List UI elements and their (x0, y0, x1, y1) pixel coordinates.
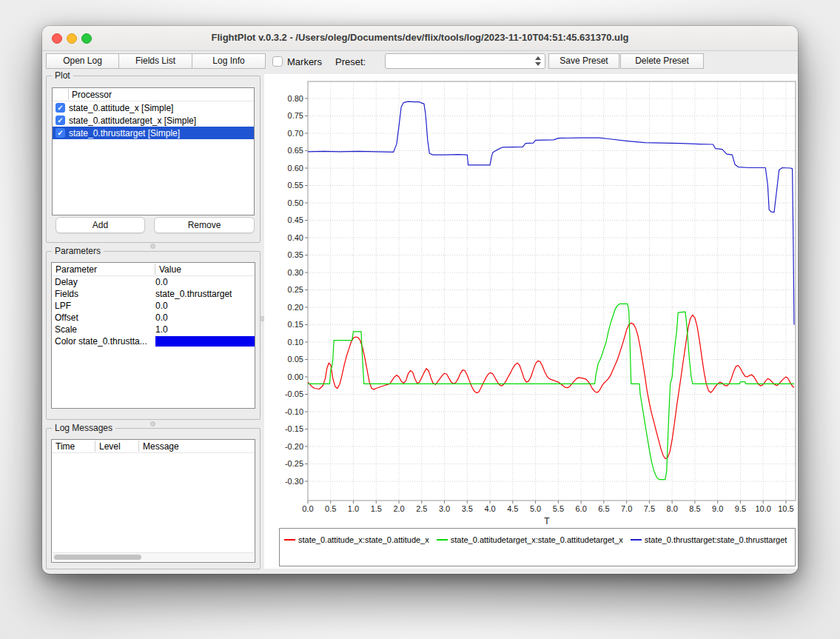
time-column-header: Time (56, 441, 75, 452)
item-checkbox[interactable]: ✓ (56, 103, 65, 113)
item-checkbox[interactable]: ✓ (56, 128, 65, 138)
svg-text:0.50: 0.50 (288, 198, 303, 207)
series-line (308, 101, 794, 324)
processor-list[interactable]: Processor ✓state_0.attitude_x [Simple]✓s… (52, 87, 255, 215)
svg-text:4.5: 4.5 (507, 504, 518, 513)
svg-text:-0.15: -0.15 (285, 424, 303, 433)
add-button[interactable]: Add (56, 217, 145, 233)
svg-text:6.5: 6.5 (598, 504, 609, 513)
color-swatch[interactable] (155, 336, 255, 347)
parameter-row[interactable]: Offset0.0 (52, 312, 255, 324)
plot-list-item[interactable]: ✓state_0.attitude_x [Simple] (53, 101, 254, 114)
svg-text:9.0: 9.0 (712, 504, 723, 513)
legend-line-icon (437, 539, 448, 541)
legend-line-icon (284, 539, 295, 541)
parameter-value: 1.0 (155, 324, 255, 335)
parameter-value (155, 335, 255, 347)
parameter-name: Color state_0.thrustta... (52, 336, 155, 347)
message-column-header: Message (143, 441, 179, 452)
log-messages-panel: Log Messages Time Level Message (46, 428, 261, 569)
scrollbar-thumb[interactable] (54, 555, 141, 560)
svg-text:0.45: 0.45 (288, 215, 303, 224)
combobox-stepper-icon[interactable] (534, 56, 542, 67)
parameter-column-header: Parameter (56, 264, 97, 275)
svg-text:0.20: 0.20 (288, 303, 303, 312)
svg-text:0.55: 0.55 (288, 181, 303, 190)
plot-list-item[interactable]: ✓state_0.attitudetarget_x [Simple] (53, 114, 254, 127)
item-label: state_0.attitudetarget_x [Simple] (69, 116, 196, 126)
horizontal-splitter-handle[interactable] (150, 244, 155, 249)
parameter-value: state_0.thrusttarget (155, 288, 255, 300)
svg-text:6.0: 6.0 (575, 504, 586, 513)
legend-entry: state_0.attitudetarget_x:state_0.attitud… (437, 531, 623, 548)
svg-text:-0.05: -0.05 (285, 389, 303, 398)
svg-text:4.0: 4.0 (484, 504, 495, 513)
remove-button[interactable]: Remove (154, 217, 255, 233)
svg-text:0.5: 0.5 (325, 504, 336, 513)
horizontal-splitter-handle-2[interactable] (150, 421, 155, 426)
plot-list-item[interactable]: ✓state_0.thrusttarget [Simple] (53, 127, 254, 139)
log-info-button[interactable]: Log Info (192, 53, 266, 69)
plot-list-body: ✓state_0.attitude_x [Simple]✓state_0.att… (53, 101, 254, 139)
svg-text:0.30: 0.30 (288, 268, 303, 277)
desktop-background: FlightPlot v.0.3.2 - /Users/oleg/Documen… (0, 0, 840, 639)
parameter-row[interactable]: Fieldsstate_0.thrusttarget (52, 288, 255, 300)
parameter-value: 0.0 (155, 300, 255, 312)
flight-chart[interactable]: 0.800.750.700.650.600.550.500.450.400.35… (264, 74, 798, 569)
parameters-table-body: Delay0.0Fieldsstate_0.thrusttargetLPF0.0… (52, 276, 255, 347)
parameter-row[interactable]: Color state_0.thrustta... (52, 335, 255, 347)
item-label: state_0.attitude_x [Simple] (69, 103, 173, 113)
svg-text:1.5: 1.5 (371, 504, 382, 513)
svg-text:0.05: 0.05 (288, 355, 303, 364)
svg-text:2.5: 2.5 (416, 504, 427, 513)
svg-text:0.15: 0.15 (288, 320, 303, 329)
series-line (308, 304, 794, 479)
svg-text:8.0: 8.0 (667, 504, 678, 513)
svg-text:8.5: 8.5 (689, 504, 700, 513)
markers-checkbox[interactable] (272, 56, 283, 67)
parameters-panel-title: Parameters (52, 246, 104, 256)
chart-legend: state_0.attitude_x:state_0.attitude_xsta… (279, 528, 796, 566)
preset-combobox[interactable] (385, 53, 545, 69)
svg-text:0.60: 0.60 (288, 164, 303, 173)
value-column-header: Value (159, 264, 181, 275)
legend-line-icon (631, 539, 642, 541)
svg-text:-0.30: -0.30 (285, 477, 303, 486)
svg-text:0.10: 0.10 (288, 338, 303, 347)
svg-text:0.35: 0.35 (288, 250, 303, 259)
parameter-row[interactable]: Scale1.0 (52, 324, 255, 335)
svg-text:0.75: 0.75 (288, 111, 303, 120)
chart-panel[interactable]: 0.800.750.700.650.600.550.500.450.400.35… (264, 74, 798, 569)
open-log-button[interactable]: Open Log (46, 53, 119, 69)
window-title: FlightPlot v.0.3.2 - /Users/oleg/Documen… (42, 32, 798, 43)
parameters-panel: Parameters Parameter Value Delay0.0Field… (46, 251, 261, 420)
svg-text:9.5: 9.5 (735, 504, 746, 513)
svg-text:7.0: 7.0 (621, 504, 632, 513)
svg-text:0.80: 0.80 (288, 94, 303, 103)
parameters-table[interactable]: Parameter Value Delay0.0Fieldsstate_0.th… (51, 262, 255, 409)
horizontal-scrollbar[interactable] (53, 552, 254, 561)
parameters-table-header: Parameter Value (52, 263, 255, 276)
item-label: state_0.thrusttarget [Simple] (69, 128, 180, 138)
svg-text:10.5: 10.5 (778, 504, 793, 513)
svg-text:1.0: 1.0 (348, 504, 359, 513)
svg-text:0.40: 0.40 (288, 233, 303, 242)
delete-preset-button[interactable]: Delete Preset (620, 53, 704, 69)
parameter-row[interactable]: LPF0.0 (52, 300, 255, 312)
processor-column-header: Processor (72, 90, 112, 100)
svg-text:0.25: 0.25 (288, 285, 303, 294)
log-messages-panel-title: Log Messages (52, 423, 115, 433)
log-table-header: Time Level Message (52, 440, 255, 453)
svg-text:0.70: 0.70 (288, 129, 303, 138)
svg-text:10.0: 10.0 (755, 504, 770, 513)
parameter-name: LPF (52, 301, 155, 311)
fields-list-button[interactable]: Fields List (118, 53, 192, 69)
level-column-header: Level (99, 441, 121, 452)
item-checkbox[interactable]: ✓ (56, 116, 65, 125)
save-preset-button[interactable]: Save Preset (548, 53, 619, 69)
svg-text:0.65: 0.65 (288, 146, 303, 155)
parameter-value: 0.0 (155, 312, 255, 324)
parameter-name: Scale (52, 324, 155, 335)
parameter-row[interactable]: Delay0.0 (52, 276, 255, 288)
log-messages-table[interactable]: Time Level Message (51, 439, 255, 563)
